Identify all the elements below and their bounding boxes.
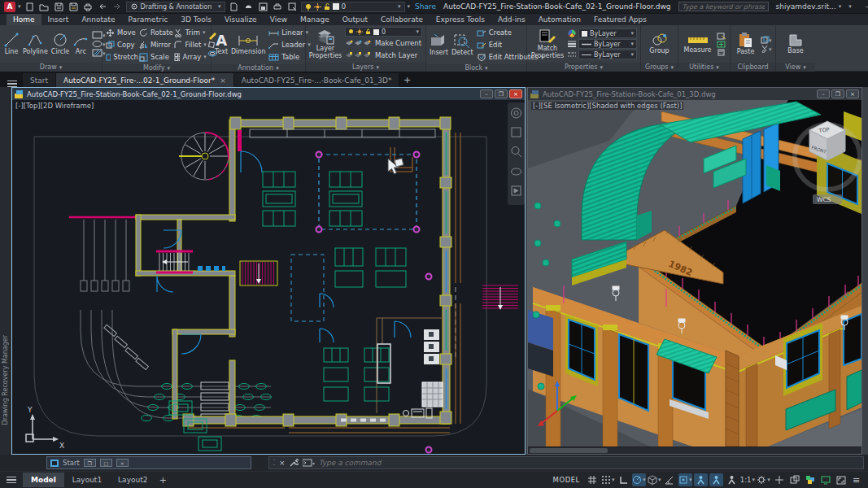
selection-rectangle[interactable] bbox=[319, 155, 417, 229]
mirror-button[interactable]: Mirror bbox=[139, 39, 173, 50]
fillet-button[interactable]: Fillet▾ bbox=[174, 39, 207, 50]
lineweight-combo[interactable]: ByLayer▾ bbox=[578, 39, 637, 49]
iso-drawing-window[interactable]: AutoCAD-FY25_Fire-Station-Book-Cafe_01_3… bbox=[527, 87, 862, 455]
plan-viewport-label[interactable]: [-][Top][2D Wireframe] bbox=[15, 102, 94, 110]
annotation-scale-value[interactable]: 1:1▾ bbox=[740, 473, 755, 486]
user-dropdown-icon[interactable]: ▾ bbox=[839, 3, 842, 10]
user-name[interactable]: shiyamdev.srit... bbox=[776, 2, 836, 11]
model-tab[interactable]: Model bbox=[23, 473, 64, 487]
layout-menu-icon[interactable] bbox=[0, 477, 23, 484]
copy-button[interactable]: Copy bbox=[106, 39, 138, 50]
new-layout-button[interactable]: + bbox=[155, 473, 170, 487]
line-button[interactable]: Line bbox=[3, 32, 20, 55]
copy-clip-icon[interactable]: ▾ bbox=[761, 36, 772, 44]
panel-footer-modify[interactable]: Modify▾ bbox=[103, 64, 211, 72]
sheet-icon[interactable] bbox=[228, 2, 240, 12]
leader-button[interactable]: Leader▾ bbox=[268, 39, 311, 50]
panel-footer-view[interactable]: View▾ bbox=[776, 63, 815, 72]
text-button[interactable]: A Text bbox=[215, 33, 228, 55]
layer-properties-button[interactable]: Layer Properties bbox=[309, 28, 342, 59]
customize-menu-icon[interactable]: ≡ bbox=[849, 473, 863, 486]
panel-footer-annotation[interactable]: Annotation▾ bbox=[212, 64, 305, 72]
table-button[interactable]: Table bbox=[268, 51, 311, 63]
tab-visualize[interactable]: Visualize bbox=[218, 14, 264, 25]
measure-button[interactable]: Measure bbox=[682, 33, 713, 54]
plan-restore-button[interactable]: ❒ bbox=[495, 89, 508, 98]
match-layer-button[interactable]: Match Layer bbox=[345, 50, 422, 61]
cut-clip-icon[interactable]: ▾ bbox=[761, 45, 772, 53]
iso-minimize-button[interactable]: – bbox=[817, 89, 830, 98]
print-icon[interactable] bbox=[272, 2, 284, 12]
autodesk-dropdown-icon[interactable]: ▾ bbox=[848, 3, 852, 10]
annotation-scale-person-icon[interactable] bbox=[725, 473, 739, 486]
tab-view[interactable]: View bbox=[264, 14, 294, 25]
insert-button[interactable]: Insert bbox=[430, 33, 448, 56]
file-tab-menu-icon[interactable] bbox=[2, 81, 22, 88]
layer-selector-combo[interactable]: 0 ▾ bbox=[345, 27, 422, 37]
tab-insert[interactable]: Insert bbox=[41, 14, 76, 25]
command-line[interactable]: ⁚⁚ × ▾ bbox=[268, 456, 864, 469]
tab-output[interactable]: Output bbox=[336, 14, 374, 25]
iso-3d-drawing[interactable]: 1982 bbox=[528, 100, 861, 447]
quick-select-icon[interactable] bbox=[717, 33, 726, 40]
tab-express-tools[interactable]: Express Tools bbox=[430, 14, 491, 25]
tab-3d-tools[interactable]: 3D Tools bbox=[174, 14, 218, 25]
navigation-bar[interactable] bbox=[508, 102, 525, 205]
layout2-tab[interactable]: Layout2 bbox=[110, 473, 155, 487]
calculator-icon[interactable] bbox=[717, 49, 726, 56]
crosshair-icon[interactable] bbox=[772, 473, 786, 486]
layout1-tab[interactable]: Layout1 bbox=[64, 473, 110, 487]
move-button[interactable]: Move bbox=[106, 27, 138, 38]
iso-horizontal-scrollbar[interactable] bbox=[528, 447, 861, 454]
iso-canvas[interactable]: [-][SE Isometric][Shaded with edges (Fas… bbox=[528, 100, 861, 447]
snap-toggle-icon[interactable]: ▾ bbox=[601, 473, 615, 486]
selection-rectangle-2[interactable] bbox=[291, 255, 324, 321]
paste-button[interactable]: Paste bbox=[735, 32, 757, 55]
plot-icon[interactable] bbox=[82, 2, 94, 12]
drawing-recovery-panel[interactable]: Drawing Recovery Manager bbox=[0, 87, 11, 455]
file-tab-ground-floor[interactable]: AutoCAD-FY25_Fire-...02-1_Ground-Floor*× bbox=[56, 73, 233, 87]
tab-close-icon[interactable]: × bbox=[220, 76, 226, 85]
tab-automation[interactable]: Automation bbox=[532, 14, 587, 25]
search-input[interactable] bbox=[678, 2, 769, 11]
make-current-button[interactable]: Make Current bbox=[345, 37, 422, 49]
scroll-thumb[interactable] bbox=[530, 448, 608, 453]
tab-manage[interactable]: Manage bbox=[294, 14, 336, 25]
clean-screen-icon[interactable] bbox=[834, 473, 848, 486]
panel-footer-properties[interactable]: Properties▾ bbox=[527, 63, 640, 72]
dimension-button[interactable]: Dimension bbox=[231, 33, 265, 55]
iso-viewport-label[interactable]: [-][SE Isometric][Shaded with edges (Fas… bbox=[531, 102, 683, 110]
quick-save-icon[interactable] bbox=[257, 2, 269, 12]
command-close-icon[interactable]: × bbox=[279, 459, 286, 467]
plan-close-button[interactable]: × bbox=[509, 89, 522, 98]
tray-monitor-icon[interactable] bbox=[818, 473, 832, 486]
base-button[interactable]: Base bbox=[783, 33, 808, 54]
polyline-button[interactable]: Polyline bbox=[23, 32, 48, 55]
open-folder-icon[interactable] bbox=[38, 2, 50, 12]
annotation-autoscale-icon[interactable] bbox=[709, 473, 723, 486]
command-grip-handle[interactable]: ⁚⁚ bbox=[273, 460, 275, 467]
panel-footer-block[interactable]: Block▾ bbox=[426, 64, 526, 72]
wrench-icon[interactable] bbox=[290, 459, 299, 467]
plan-window-titlebar[interactable]: AutoCAD-FY25_Fire-Station-Book-Cafe_02-1… bbox=[12, 88, 525, 100]
isolate-objects-icon[interactable] bbox=[787, 473, 801, 486]
panel-footer-layers[interactable]: Layers▾ bbox=[306, 63, 425, 72]
file-tab-start[interactable]: Start bbox=[23, 73, 55, 87]
panel-footer-draw[interactable]: Draw▾ bbox=[0, 63, 102, 72]
plan-minimize-button[interactable]: – bbox=[480, 89, 493, 98]
mini-restore-button[interactable]: ❒ bbox=[84, 459, 96, 467]
isodraft-icon[interactable]: ▾ bbox=[648, 473, 661, 486]
save-icon[interactable] bbox=[53, 2, 65, 12]
array-button[interactable]: Array▾ bbox=[174, 51, 207, 63]
panel-footer-utilities[interactable]: Utilities▾ bbox=[678, 63, 730, 72]
object-color-combo[interactable]: ByLayer▾ bbox=[578, 28, 637, 38]
qat-customize-icon[interactable]: ▾ bbox=[408, 3, 411, 10]
detect-button[interactable]: Detect bbox=[451, 33, 473, 56]
file-tab-3d[interactable]: AutoCAD-FY25_Fire-...-Book-Cafe_01_3D* bbox=[234, 73, 399, 87]
panel-footer-clipboard[interactable]: Clipboard bbox=[731, 63, 775, 72]
properties-icon[interactable] bbox=[286, 2, 299, 12]
workspace-gear-icon[interactable]: ▾ bbox=[757, 473, 770, 486]
new-drawing-tab-button[interactable]: + bbox=[399, 73, 414, 87]
autocad-logo-icon[interactable]: A bbox=[4, 2, 15, 12]
iso-restore-button[interactable]: ❒ bbox=[831, 89, 844, 98]
